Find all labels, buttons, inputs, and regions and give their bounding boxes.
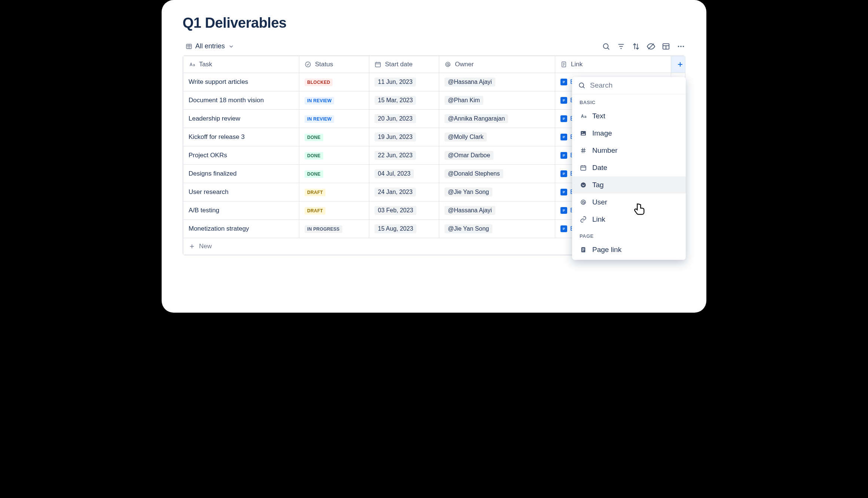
svg-rect-30 bbox=[563, 83, 564, 83]
cell-task[interactable]: Leadership review bbox=[183, 110, 299, 128]
dropdown-item-pagelink[interactable]: Page link bbox=[572, 241, 686, 258]
cell-task[interactable]: Project OKRs bbox=[183, 146, 299, 165]
cell-owner[interactable]: @Jie Yan Song bbox=[439, 183, 555, 201]
owner-mention: @Jie Yan Song bbox=[444, 224, 492, 233]
link-icon bbox=[580, 216, 587, 223]
cell-status[interactable]: IN PROGRESS bbox=[299, 220, 369, 238]
cell-owner[interactable]: @Hassana Ajayi bbox=[439, 73, 555, 91]
dropdown-item-text[interactable]: Text bbox=[572, 107, 686, 125]
cell-status[interactable]: DRAFT bbox=[299, 183, 369, 201]
date-chip: 22 Jun, 2023 bbox=[375, 151, 416, 160]
view-switcher[interactable]: All entries bbox=[183, 40, 238, 52]
cell-owner[interactable]: @Jie Yan Song bbox=[439, 220, 555, 238]
owner-mention: @Molly Clark bbox=[444, 133, 487, 142]
cell-status[interactable]: BLOCKED bbox=[299, 73, 369, 91]
svg-rect-0 bbox=[186, 44, 192, 49]
svg-rect-17 bbox=[375, 63, 380, 67]
cell-status[interactable]: IN REVIEW bbox=[299, 91, 369, 110]
page-icon bbox=[580, 246, 587, 253]
column-header-task[interactable]: Task bbox=[183, 56, 299, 73]
more-icon[interactable] bbox=[676, 42, 685, 51]
cell-date[interactable]: 24 Jan, 2023 bbox=[369, 183, 439, 201]
cell-task[interactable]: Document 18 month vision bbox=[183, 91, 299, 110]
cell-task[interactable]: Monetization strategy bbox=[183, 220, 299, 238]
dropdown-section-page: PAGE bbox=[572, 228, 686, 241]
cell-date[interactable]: 19 Jun, 2023 bbox=[369, 128, 439, 146]
dropdown-item-date[interactable]: Date bbox=[572, 159, 686, 176]
column-header-status[interactable]: Status bbox=[299, 56, 369, 73]
at-icon bbox=[580, 198, 587, 206]
dropdown-item-tag[interactable]: Tag bbox=[572, 176, 686, 194]
sort-icon[interactable] bbox=[632, 42, 641, 51]
date-chip: 24 Jan, 2023 bbox=[375, 188, 416, 197]
filter-icon[interactable] bbox=[617, 42, 626, 51]
doc-icon bbox=[560, 152, 567, 159]
cell-date[interactable]: 15 Aug, 2023 bbox=[369, 220, 439, 238]
status-badge: DONE bbox=[305, 134, 323, 141]
doc-icon bbox=[560, 115, 567, 122]
svg-point-21 bbox=[447, 63, 449, 65]
column-header-date[interactable]: Start date bbox=[369, 56, 439, 73]
cell-status[interactable]: DONE bbox=[299, 146, 369, 165]
date-chip: 15 Mar, 2023 bbox=[375, 96, 416, 105]
cell-date[interactable]: 03 Feb, 2023 bbox=[369, 201, 439, 220]
status-badge: DRAFT bbox=[305, 189, 326, 196]
calendar-icon bbox=[375, 61, 381, 68]
cell-task[interactable]: Designs finalized bbox=[183, 165, 299, 183]
column-header-owner[interactable]: Owner bbox=[439, 56, 555, 73]
svg-rect-51 bbox=[563, 211, 564, 212]
cell-date[interactable]: 20 Jun, 2023 bbox=[369, 110, 439, 128]
dropdown-search[interactable] bbox=[572, 77, 686, 94]
add-column-button[interactable] bbox=[671, 56, 686, 73]
cell-owner[interactable]: @Hassana Ajayi bbox=[439, 201, 555, 220]
svg-rect-44 bbox=[563, 174, 565, 174]
dropdown-section-basic: BASIC bbox=[572, 94, 686, 107]
at-icon bbox=[444, 61, 451, 68]
svg-point-15 bbox=[683, 46, 684, 47]
date-chip: 03 Feb, 2023 bbox=[375, 206, 416, 215]
cell-date[interactable]: 15 Mar, 2023 bbox=[369, 91, 439, 110]
svg-line-64 bbox=[584, 148, 585, 153]
dropdown-item-image[interactable]: Image bbox=[572, 125, 686, 142]
svg-rect-41 bbox=[563, 155, 565, 156]
svg-point-13 bbox=[678, 46, 679, 47]
dropdown-item-number[interactable]: Number bbox=[572, 142, 686, 159]
cell-owner[interactable]: @Annika Rangarajan bbox=[439, 110, 555, 128]
cell-status[interactable]: DONE bbox=[299, 128, 369, 146]
table-grid-icon bbox=[186, 43, 192, 50]
cell-date[interactable]: 22 Jun, 2023 bbox=[369, 146, 439, 165]
svg-rect-65 bbox=[581, 166, 586, 170]
status-badge: IN PROGRESS bbox=[305, 225, 342, 233]
search-icon[interactable] bbox=[602, 42, 611, 51]
cell-owner[interactable]: @Donald Stephens bbox=[439, 165, 555, 183]
svg-rect-49 bbox=[563, 210, 565, 210]
cell-status[interactable]: IN REVIEW bbox=[299, 110, 369, 128]
dropdown-item-link[interactable]: Link bbox=[572, 211, 686, 228]
toolbar: All entries bbox=[183, 40, 685, 52]
cell-date[interactable]: 04 Jul, 2023 bbox=[369, 165, 439, 183]
cell-owner[interactable]: @Molly Clark bbox=[439, 128, 555, 146]
layout-icon[interactable] bbox=[661, 42, 670, 51]
date-chip: 19 Jun, 2023 bbox=[375, 133, 416, 142]
cell-date[interactable]: 11 Jun, 2023 bbox=[369, 73, 439, 91]
cell-status[interactable]: DRAFT bbox=[299, 201, 369, 220]
hidden-eye-icon[interactable] bbox=[647, 42, 655, 51]
doc-icon bbox=[560, 79, 567, 85]
doc-icon bbox=[560, 97, 567, 104]
svg-rect-31 bbox=[563, 100, 565, 100]
column-label: Task bbox=[199, 61, 212, 68]
dropdown-search-input[interactable] bbox=[590, 81, 680, 89]
column-header-link[interactable]: Link bbox=[555, 56, 671, 73]
cell-task[interactable]: Kickoff for release 3 bbox=[183, 128, 299, 146]
cell-status[interactable]: DONE bbox=[299, 165, 369, 183]
dropdown-item-user[interactable]: User bbox=[572, 194, 686, 211]
doc-icon bbox=[560, 170, 567, 177]
cell-task[interactable]: A/B testing bbox=[183, 201, 299, 220]
svg-point-16 bbox=[305, 62, 311, 67]
cell-owner[interactable]: @Phan Kim bbox=[439, 91, 555, 110]
svg-rect-33 bbox=[563, 101, 564, 101]
cell-task[interactable]: Write support articles bbox=[183, 73, 299, 91]
cell-owner[interactable]: @Omar Darboe bbox=[439, 146, 555, 165]
page-title: Q1 Deliverables bbox=[183, 15, 685, 31]
cell-task[interactable]: User research bbox=[183, 183, 299, 201]
